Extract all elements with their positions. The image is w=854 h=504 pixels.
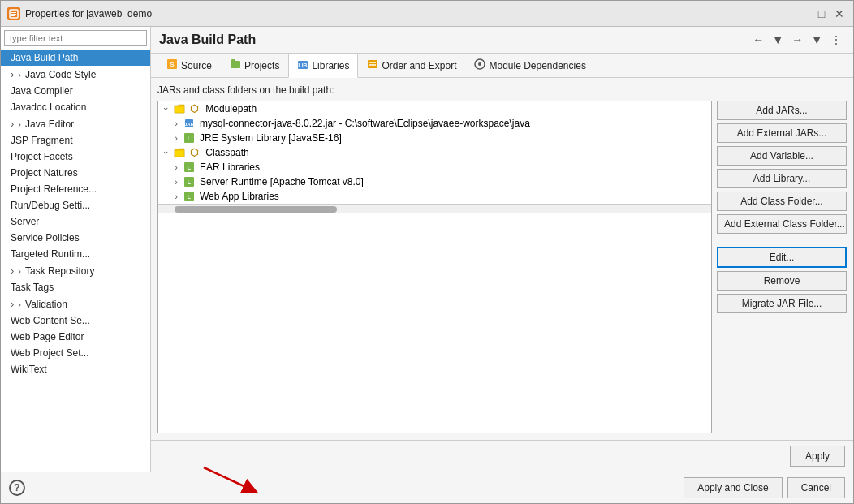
side-buttons: Add JARs...Add External JARs...Add Varia… [717,101,847,433]
tree-child-arrow: › [171,192,181,201]
cancel-button[interactable]: Cancel [787,477,845,498]
tab-icon: S [166,58,178,72]
sidebar-item[interactable]: Java Build Path [1,50,150,66]
side-button-migrate-jar-file---[interactable]: Migrate JAR File... [717,294,847,313]
tree-child-arrow: › [171,133,181,143]
tab-source[interactable]: SSource [157,54,221,77]
apply-close-button[interactable]: Apply and Close [684,477,782,498]
side-button-add-external-jars---[interactable]: Add External JARs... [717,123,847,143]
tree-horizontal-scrollbar[interactable] [158,204,711,213]
tree-child-node[interactable]: ›LServer Runtime [Apache Tomcat v8.0] [158,174,711,189]
svg-rect-7 [231,59,235,62]
properties-dialog: Properties for javaweb_demo — □ ✕ Java B… [0,0,854,504]
tree-child-arrow: › [171,162,181,172]
tab-projects[interactable]: Projects [221,54,288,77]
side-button-add-jars---[interactable]: Add JARs... [717,101,847,120]
sidebar-item[interactable]: ›Java Code Style [1,66,150,83]
window-controls: — □ ✕ [796,6,847,21]
svg-text:L: L [188,194,192,200]
sidebar: Java Build Path›Java Code StyleJava Comp… [1,27,151,472]
tree-child-node[interactable]: ›JARmysql-connector-java-8.0.22.jar - C:… [158,116,711,131]
side-button-remove[interactable]: Remove [717,271,847,291]
sidebar-item[interactable]: Web Page Editor [1,329,150,345]
svg-text:LIB: LIB [299,62,308,68]
svg-rect-3 [11,15,15,16]
tab-libraries[interactable]: LIBLibraries [288,54,358,78]
sidebar-item[interactable]: ›Java Editor [1,115,150,132]
forward-dropdown-button[interactable]: ▼ [808,32,826,48]
tab-module-dependencies[interactable]: Module Dependencies [465,54,594,77]
sidebar-item[interactable]: Task Tags [1,279,150,295]
close-button[interactable]: ✕ [832,6,847,21]
sidebar-item[interactable]: Web Content Se... [1,312,150,329]
filter-input[interactable] [4,30,147,46]
module-path-icon: ⬡ [190,147,198,158]
sidebar-item[interactable]: JSP Fragment [1,132,150,149]
tree-node-label: Modulepath [205,103,257,114]
sidebar-item[interactable]: Java Compiler [1,83,150,99]
tree-child-icon: L [183,162,195,173]
build-path-label: JARs and class folders on the build path… [157,84,847,96]
sidebar-item[interactable]: Targeted Runtim... [1,246,150,262]
svg-point-14 [478,62,481,66]
svg-rect-10 [368,60,377,68]
apply-button[interactable]: Apply [790,446,845,467]
button-spacer [717,237,847,243]
build-path-main: ›⬡ Modulepath›JARmysql-connector-java-8.… [157,101,847,433]
tree-container[interactable]: ›⬡ Modulepath›JARmysql-connector-java-8.… [157,101,712,433]
side-button-add-class-folder---[interactable]: Add Class Folder... [717,192,847,211]
module-path-icon: ⬡ [190,103,198,114]
forward-button[interactable]: → [788,32,806,48]
tree-child-label: JRE System Library [JavaSE-16] [200,132,342,144]
sidebar-item[interactable]: Javadoc Location [1,99,150,115]
sidebar-item[interactable]: Web Project Set... [1,345,150,361]
panel-nav-icons: ← ▼ → ▼ ⋮ [749,32,845,48]
maximize-button[interactable]: □ [814,6,829,21]
sidebar-item[interactable]: Server [1,213,150,230]
tabs-bar: SSourceProjectsLIBLibrariesOrder and Exp… [151,54,853,78]
back-dropdown-button[interactable]: ▼ [769,32,787,48]
tree-node-label: Classpath [205,147,248,158]
sidebar-list: Java Build Path›Java Code StyleJava Comp… [1,50,150,472]
tree-child-icon: L [183,176,195,187]
tree-folder-icon [174,103,185,114]
sidebar-item[interactable]: Project Reference... [1,181,150,197]
svg-text:L: L [188,165,192,170]
tree-node[interactable]: ›⬡ Classpath [158,145,711,160]
back-button[interactable]: ← [749,32,767,48]
tab-icon [474,58,485,72]
tab-icon [230,58,241,72]
tree-child-node[interactable]: ›LWeb App Libraries [158,189,711,204]
tree-node[interactable]: ›⬡ Modulepath [158,101,711,116]
footer-right: Apply and Close Cancel [439,477,845,498]
menu-button[interactable]: ⋮ [827,32,845,48]
tree-child-label: mysql-connector-java-8.0.22.jar - C:\sof… [200,118,530,129]
side-button-add-library---[interactable]: Add Library... [717,169,847,188]
tree-child-node[interactable]: ›LJRE System Library [JavaSE-16] [158,131,711,145]
tree-expand-icon: › [162,148,171,157]
sidebar-item[interactable]: Service Policies [1,230,150,246]
side-button-add-external-class-folder---[interactable]: Add External Class Folder... [717,214,847,234]
tree-folder-icon [174,147,185,158]
tree-child-label: EAR Libraries [200,162,260,173]
scrollbar-thumb[interactable] [175,206,337,213]
sidebar-item[interactable]: Project Facets [1,149,150,165]
main-content: Java Build Path›Java Code StyleJava Comp… [1,27,853,472]
svg-rect-6 [231,61,240,68]
tab-icon [367,58,378,72]
tab-order-and-export[interactable]: Order and Export [358,54,465,77]
sidebar-item[interactable]: Project Natures [1,165,150,181]
side-button-edit---[interactable]: Edit... [717,247,847,268]
side-button-add-variable---[interactable]: Add Variable... [717,146,847,166]
sidebar-item[interactable]: Run/Debug Setti... [1,197,150,213]
svg-rect-1 [11,12,16,13]
sidebar-item[interactable]: ›Task Repository [1,262,150,279]
arrow-indicator [196,463,261,496]
tree-child-node[interactable]: ›LEAR Libraries [158,160,711,174]
svg-text:JAR: JAR [184,122,195,127]
minimize-button[interactable]: — [796,6,811,21]
sidebar-item[interactable]: WikiText [1,361,150,377]
help-icon[interactable]: ? [9,480,25,496]
sidebar-item[interactable]: ›Validation [1,295,150,312]
svg-text:L: L [188,179,192,185]
